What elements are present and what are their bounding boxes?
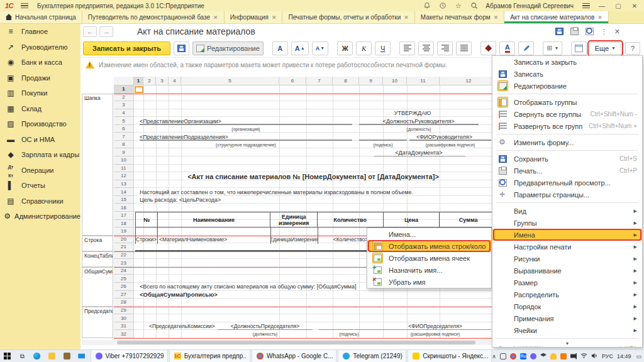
more-menu-item-Порядок[interactable]: Порядок▶ (492, 300, 642, 312)
tab-close-icon[interactable]: ✕ (597, 14, 602, 21)
print-preview-icon[interactable] (586, 28, 594, 35)
more-menu-item-Развернуть все группы[interactable]: Развернуть все группыCtrl+Shift+Num + (492, 120, 642, 132)
font-color-button[interactable]: А (499, 41, 515, 55)
explorer-icon[interactable] (45, 350, 60, 362)
store-icon[interactable] (59, 350, 74, 362)
task-view-button[interactable]: ⧉ (15, 350, 30, 362)
save-button[interactable] (174, 41, 189, 55)
more-menu-item-Распределить[interactable]: Распределить▶ (492, 288, 642, 300)
minimize-button[interactable]: — (597, 3, 606, 9)
search-icon[interactable] (470, 2, 478, 10)
merge-cells-button[interactable] (571, 41, 587, 55)
tray-screenshot-icon[interactable] (560, 353, 567, 359)
more-menu-item-Группы[interactable]: Группы▶ (492, 217, 642, 229)
tab-close-icon[interactable]: ✕ (213, 14, 218, 21)
align-justify-button[interactable] (456, 41, 472, 55)
more-menu-item-Настройки печати[interactable]: Настройки печати▶ (492, 241, 642, 253)
start-button[interactable] (0, 350, 15, 362)
more-menu-item-Изменить форму...[interactable]: Изменить форму... (492, 136, 642, 148)
more-menu-item-Ячейки[interactable]: Ячейки▶ (492, 324, 642, 336)
underline-button[interactable]: Ч (375, 41, 391, 55)
close-form-icon[interactable]: ✕ (614, 28, 620, 36)
tab-2[interactable]: Путеводитель по демонстрационной базе✕ (82, 11, 225, 23)
fill-color-button[interactable] (480, 41, 496, 55)
tab-close-icon[interactable]: ✕ (494, 14, 499, 21)
notification-center-icon[interactable]: ▭ (636, 353, 642, 359)
more-menu-item-Редактирование[interactable]: Редактирование (492, 80, 642, 92)
menu-scroll-down-icon[interactable]: ▼ (492, 341, 642, 346)
taskbar-app-1[interactable]: Viber +79107292929 (91, 350, 168, 362)
edge-icon[interactable] (30, 350, 45, 362)
taskbar-app-2[interactable]: 1СБухгалтерия предпр.. (169, 350, 250, 362)
tray-volume-icon[interactable] (591, 353, 598, 360)
tab-5[interactable]: Макеты печатных форм✕ (415, 11, 504, 23)
more-menu-item-Печать...[interactable]: Печать...Ctrl+P (492, 165, 642, 177)
taskbar-app-5[interactable]: Скриншоты - Яндекс... (408, 350, 492, 362)
tab-4[interactable]: Печатные формы, отчеты и обработки✕ (282, 11, 414, 23)
more-menu-item-Отображать группы[interactable]: Отображать группы (492, 96, 642, 108)
names-submenu-item-Отображать имена строк/колонок[interactable]: Отображать имена строк/колонок (367, 240, 491, 252)
tray-language[interactable]: РУС (602, 353, 613, 359)
more-menu-item-Свернуть все группы[interactable]: Свернуть все группыCtrl+Shift+Num - (492, 108, 642, 120)
borders-button[interactable]: ⊞▼ (543, 41, 562, 55)
sidebar-item-12[interactable]: ▤Справочники (0, 194, 80, 209)
back-button[interactable]: ← (83, 26, 97, 37)
sidebar-item-8[interactable]: ▬ОС и НМА (0, 132, 80, 148)
more-menu-item-Записать и закрыть[interactable]: Записать и закрыть (492, 56, 642, 68)
sidebar-item-9[interactable]: ◆Зарплата и кадры (0, 147, 80, 163)
tray-expand-icon[interactable]: ∧ (492, 353, 496, 359)
more-menu-item-Примечания[interactable]: Примечания▶ (492, 312, 642, 324)
sidebar-item-5[interactable]: ▥Покупки (0, 85, 80, 101)
tray-viber-icon[interactable] (530, 353, 536, 359)
favorites-star-icon[interactable]: ☆ (454, 2, 462, 10)
tab-3[interactable]: Информация✕ (225, 11, 283, 23)
service-menu-icon[interactable] (582, 3, 590, 9)
more-menu-item-Размер[interactable]: Размер▶ (492, 277, 642, 288)
close-window-button[interactable]: ✕ (630, 3, 639, 9)
names-submenu-item-Имена...[interactable]: Имена... (367, 228, 491, 240)
italic-button[interactable]: К (356, 41, 372, 55)
save-icon[interactable] (555, 28, 564, 35)
more-menu-item-Выравнивание[interactable]: Выравнивание▶ (492, 265, 642, 277)
sidebar-item-4[interactable]: ▣Продажи (0, 70, 80, 86)
sidebar-item-10[interactable]: ДтКтОперации (0, 163, 80, 178)
more-button[interactable]: Еще▼ (589, 42, 621, 55)
sidebar-item-6[interactable]: ▦Склад (0, 101, 80, 117)
tray-phone-icon[interactable] (500, 353, 506, 359)
tab-close-icon[interactable]: ✕ (404, 14, 409, 21)
more-menu-item-Имена[interactable]: Имена▶ (492, 229, 642, 241)
font-decrease-button[interactable]: А▼ (312, 41, 328, 55)
sidebar-item-13[interactable]: ⚙Администрирование (0, 209, 80, 224)
sidebar-item-1[interactable]: ≡Главное (0, 24, 80, 40)
mail-icon[interactable] (74, 350, 89, 362)
sidebar-item-2[interactable]: ↗Руководителю (0, 40, 80, 55)
tab-6[interactable]: Акт на списание материалов✕ (504, 11, 609, 23)
more-menu-item-Рисунки[interactable]: Рисунки▶ (492, 253, 642, 265)
names-submenu-item-Убрать имя[interactable]: Убрать имя (367, 276, 491, 288)
bold-button[interactable]: Ж (337, 41, 353, 55)
current-user[interactable]: Абрамов Геннадий Сергеевич (486, 3, 574, 9)
more-menu-item-Вид[interactable]: Вид▶ (492, 205, 642, 217)
more-menu-item-Записать[interactable]: Записать (492, 68, 642, 80)
restore-button[interactable]: ▢ (614, 3, 623, 9)
taskbar-app-3[interactable]: WhatsApp - Google C... (252, 350, 337, 362)
tray-ru-badge[interactable]: Ru (520, 353, 526, 359)
tray-clock[interactable]: 14:49 (617, 353, 631, 359)
sidebar-item-3[interactable]: ◉Банк и касса (0, 55, 80, 70)
notifications-bell-icon[interactable] (423, 2, 431, 10)
tray-dropbox-icon[interactable] (540, 353, 547, 359)
sidebar-item-7[interactable]: ▨Производство (0, 116, 80, 132)
more-menu-item-Сохранить[interactable]: СохранитьCtrl+S (492, 153, 642, 165)
font-increase-button[interactable]: А▲ (291, 41, 309, 55)
more-menu-item-Параметры страницы...[interactable]: Параметры страницы... (492, 189, 642, 200)
names-submenu-item-Назначить имя...[interactable]: Назначить имя... (367, 264, 491, 276)
editing-toggle-button[interactable]: Редактирование (192, 41, 264, 55)
main-menu-icon[interactable] (21, 3, 28, 9)
help-button[interactable]: ? (625, 42, 640, 55)
kebab-menu-icon[interactable]: ⋮ (601, 28, 608, 36)
more-menu-item-Предварительный просмотр...[interactable]: Предварительный просмотр... (492, 177, 642, 189)
save-and-close-button[interactable]: Записать и закрыть (83, 41, 170, 55)
names-submenu-item-Отображать имена ячеек[interactable]: Отображать имена ячеек (367, 252, 491, 264)
sidebar-item-11[interactable]: ▌Отчеты (0, 178, 80, 194)
font-button[interactable]: А (272, 41, 288, 55)
